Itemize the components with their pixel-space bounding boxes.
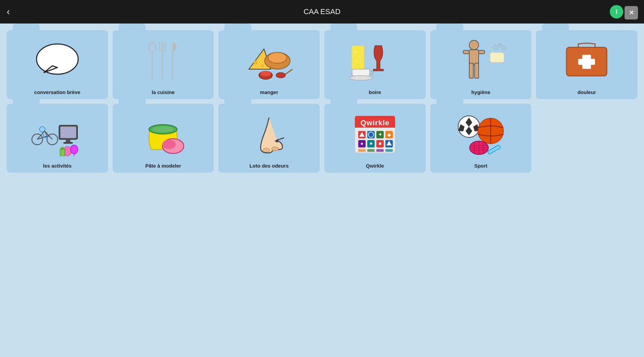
card-label-sport: Sport bbox=[472, 163, 490, 169]
svg-point-65 bbox=[272, 147, 278, 151]
svg-point-22 bbox=[355, 51, 357, 53]
svg-rect-33 bbox=[479, 50, 485, 54]
svg-rect-89 bbox=[367, 149, 375, 152]
card-sport[interactable]: Sport bbox=[430, 104, 532, 173]
card-label-boire: boire bbox=[366, 89, 384, 95]
svg-point-61 bbox=[152, 126, 174, 132]
card-label-qwirkle: Qwirkle bbox=[363, 163, 387, 169]
svg-point-4 bbox=[149, 43, 156, 52]
svg-rect-34 bbox=[490, 52, 504, 62]
svg-point-28 bbox=[469, 40, 479, 50]
svg-point-2 bbox=[37, 44, 78, 74]
svg-point-27 bbox=[350, 76, 372, 80]
card-qwirkle[interactable]: Qwirkle ✦ ◆ ● ★ ■ bbox=[324, 104, 426, 173]
svg-point-63 bbox=[162, 140, 176, 149]
card-douleur[interactable]: douleur bbox=[536, 30, 637, 99]
close-icon: ✕ bbox=[629, 10, 634, 16]
svg-rect-59 bbox=[61, 147, 64, 150]
card-icon-douleur bbox=[536, 30, 637, 88]
svg-rect-21 bbox=[352, 46, 364, 69]
svg-point-18 bbox=[260, 71, 271, 76]
card-label-cuisine: la cuisine bbox=[149, 89, 177, 95]
svg-point-36 bbox=[499, 44, 501, 46]
svg-line-57 bbox=[73, 154, 74, 156]
card-label-conversation: conversation brève bbox=[32, 89, 83, 95]
card-icon-cuisine bbox=[113, 30, 214, 88]
card-cuisine[interactable]: la cuisine bbox=[113, 30, 214, 99]
svg-text:★: ★ bbox=[369, 141, 373, 146]
svg-rect-53 bbox=[63, 142, 73, 144]
svg-rect-88 bbox=[358, 149, 366, 152]
svg-rect-30 bbox=[469, 63, 473, 78]
svg-rect-91 bbox=[385, 149, 393, 152]
window-close-button[interactable]: ✕ bbox=[625, 6, 638, 19]
card-label-pate: Pâte à modeler bbox=[143, 163, 184, 169]
svg-rect-58 bbox=[60, 149, 65, 156]
svg-line-45 bbox=[45, 131, 52, 139]
card-pate[interactable]: Pâte à modeler bbox=[113, 104, 214, 173]
header-left: ‹ bbox=[7, 7, 10, 16]
card-hygiene[interactable]: hygiène bbox=[430, 30, 532, 99]
card-label-loto: Loto des odeurs bbox=[247, 163, 291, 169]
svg-point-14 bbox=[261, 64, 264, 67]
card-label-hygiene: hygiène bbox=[469, 89, 493, 95]
card-icon-loto bbox=[218, 104, 320, 162]
svg-point-13 bbox=[254, 60, 258, 64]
svg-point-37 bbox=[502, 46, 505, 49]
svg-text:◆: ◆ bbox=[387, 132, 391, 137]
card-label-activites: les activités bbox=[40, 163, 74, 169]
svg-rect-26 bbox=[352, 69, 370, 76]
card-icon-conversation bbox=[7, 30, 108, 88]
card-manger[interactable]: manger bbox=[218, 30, 320, 99]
svg-point-16 bbox=[268, 52, 287, 63]
card-label-douleur: douleur bbox=[575, 89, 599, 95]
card-activites[interactable]: les activités bbox=[7, 104, 108, 173]
card-boire[interactable]: boire bbox=[324, 30, 426, 99]
svg-rect-106 bbox=[487, 145, 501, 154]
card-icon-pate bbox=[113, 104, 214, 162]
card-icon-sport bbox=[430, 104, 532, 162]
svg-point-23 bbox=[359, 57, 361, 58]
card-loto[interactable]: Loto des odeurs bbox=[218, 104, 320, 173]
card-icon-activites bbox=[7, 104, 108, 162]
card-icon-boire bbox=[324, 30, 426, 88]
svg-text:✦: ✦ bbox=[378, 132, 382, 137]
svg-rect-31 bbox=[475, 63, 479, 78]
svg-rect-40 bbox=[578, 59, 595, 65]
svg-point-64 bbox=[263, 148, 270, 152]
svg-point-35 bbox=[494, 45, 498, 49]
back-button[interactable]: ‹ bbox=[7, 7, 10, 16]
page-title: CAA ESAD bbox=[304, 7, 340, 16]
svg-rect-90 bbox=[376, 149, 384, 152]
card-icon-hygiene bbox=[430, 30, 532, 88]
card-conversation[interactable]: conversation brève bbox=[7, 30, 108, 99]
card-icon-qwirkle: Qwirkle ✦ ◆ ● ★ ■ bbox=[324, 104, 426, 162]
svg-point-56 bbox=[70, 145, 78, 154]
card-grid: conversation brève bbox=[7, 30, 637, 173]
svg-point-24 bbox=[356, 60, 357, 61]
card-label-manger: manger bbox=[257, 89, 281, 95]
svg-text:Qwirkle: Qwirkle bbox=[361, 119, 389, 127]
svg-text:■: ■ bbox=[379, 141, 381, 146]
svg-text:●: ● bbox=[361, 141, 363, 146]
main-content: conversation brève bbox=[0, 24, 644, 357]
svg-rect-32 bbox=[463, 50, 469, 54]
card-icon-manger bbox=[218, 30, 320, 88]
svg-line-20 bbox=[285, 69, 292, 74]
svg-rect-29 bbox=[469, 50, 479, 65]
svg-point-19 bbox=[276, 73, 285, 78]
header: ‹ CAA ESAD I bbox=[0, 0, 644, 24]
user-icon[interactable]: I bbox=[610, 5, 623, 18]
svg-rect-51 bbox=[60, 127, 76, 138]
